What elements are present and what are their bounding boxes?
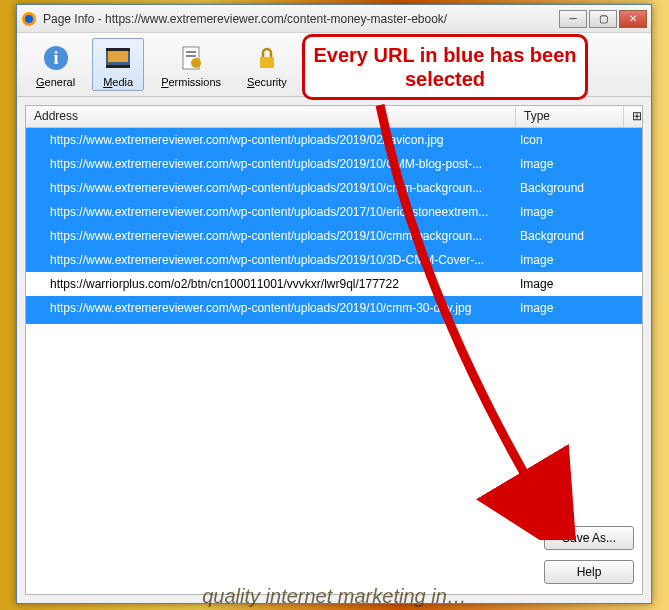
svg-rect-7: [106, 65, 130, 68]
column-config-icon[interactable]: ⊞: [624, 106, 642, 127]
svg-point-11: [191, 58, 201, 68]
cell-type: Background: [516, 229, 624, 243]
column-type[interactable]: Type: [516, 106, 624, 127]
cell-address: https://www.extremereviewer.com/wp-conte…: [26, 253, 516, 267]
cell-address: https://www.extremereviewer.com/wp-conte…: [26, 157, 516, 171]
maximize-button[interactable]: ▢: [589, 10, 617, 28]
cell-type: Image: [516, 205, 624, 219]
tab-general[interactable]: i General: [27, 38, 84, 91]
cell-type: Icon: [516, 133, 624, 147]
tab-general-label: General: [36, 76, 75, 88]
help-button[interactable]: Help: [544, 560, 634, 584]
cell-type: Image: [516, 157, 624, 171]
cell-type: Image: [516, 277, 624, 291]
titlebar: Page Info - https://www.extremereviewer.…: [17, 5, 651, 33]
info-icon: i: [40, 42, 72, 74]
svg-point-1: [25, 15, 33, 23]
permissions-icon: [175, 42, 207, 74]
firefox-icon: [21, 11, 37, 27]
button-row: Save As...: [26, 520, 642, 560]
tab-security-label: Security: [247, 76, 287, 88]
close-button[interactable]: ✕: [619, 10, 647, 28]
table-row[interactable]: https://www.extremereviewer.com/wp-conte…: [26, 128, 642, 152]
table-row[interactable]: https://www.extremereviewer.com/wp-conte…: [26, 200, 642, 224]
svg-rect-6: [106, 48, 130, 51]
background-text: quality internet marketing in…: [0, 585, 669, 608]
cell-address: https://www.extremereviewer.com/wp-conte…: [26, 133, 516, 147]
window-title: Page Info - https://www.extremereviewer.…: [43, 12, 559, 26]
table-row[interactable]: https://warriorplus.com/o2/btn/cn1000110…: [26, 272, 642, 296]
tab-media-label: Media: [103, 76, 133, 88]
table-row[interactable]: https://www.extremereviewer.com/wp-conte…: [26, 152, 642, 176]
table-row[interactable]: https://www.extremereviewer.com/wp-conte…: [26, 248, 642, 272]
table-row[interactable]: https://www.extremereviewer.com/wp-conte…: [26, 296, 642, 320]
media-icon: [102, 42, 134, 74]
tab-media[interactable]: Media: [92, 38, 144, 91]
cell-address: https://www.extremereviewer.com/wp-conte…: [26, 205, 516, 219]
annotation-callout: Every URL in blue has been selected: [302, 34, 588, 100]
svg-rect-10: [186, 55, 196, 57]
svg-rect-9: [186, 51, 196, 53]
cell-address: https://warriorplus.com/o2/btn/cn1000110…: [26, 277, 516, 291]
tab-permissions-label: Permissions: [161, 76, 221, 88]
save-as-button[interactable]: Save As...: [544, 526, 634, 550]
cell-address: https://www.extremereviewer.com/wp-conte…: [26, 301, 516, 315]
lock-icon: [251, 42, 283, 74]
table-body[interactable]: https://www.extremereviewer.com/wp-conte…: [26, 128, 642, 324]
svg-rect-5: [108, 50, 128, 62]
table-header: Address Type ⊞: [26, 106, 642, 128]
tab-security[interactable]: Security: [238, 38, 296, 91]
table-row[interactable]: https://www.extremereviewer.com/wp-conte…: [26, 224, 642, 248]
cell-address: https://www.extremereviewer.com/wp-conte…: [26, 181, 516, 195]
svg-rect-12: [260, 57, 274, 68]
minimize-button[interactable]: ─: [559, 10, 587, 28]
cell-type: Background: [516, 181, 624, 195]
cell-address: https://www.extremereviewer.com/wp-conte…: [26, 229, 516, 243]
svg-text:i: i: [53, 48, 58, 68]
cell-type: Image: [516, 253, 624, 267]
window-controls: ─ ▢ ✕: [559, 10, 647, 28]
cell-type: Image: [516, 301, 624, 315]
media-list-panel: Address Type ⊞ https://www.extremereview…: [25, 105, 643, 595]
tab-permissions[interactable]: Permissions: [152, 38, 230, 91]
table-row[interactable]: https://www.extremereviewer.com/wp-conte…: [26, 176, 642, 200]
column-address[interactable]: Address: [26, 106, 516, 127]
